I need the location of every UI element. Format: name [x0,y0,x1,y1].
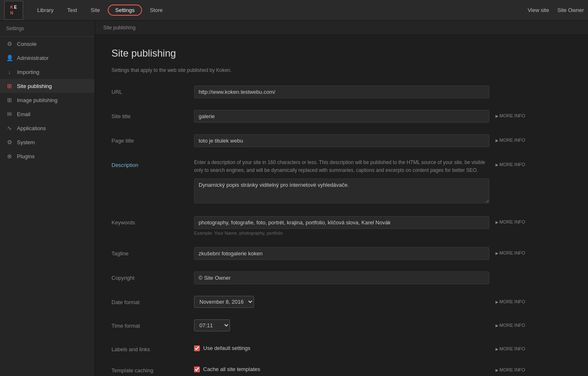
top-nav: KEN Library Text Site Settings Store Vie… [0,0,588,21]
more-info-date-format: MORE INFO [496,296,533,304]
nav-right: View site Site Owner [528,7,584,13]
form-row-time-format: Time format 07:11 7:11 AM MORE INFO [111,319,533,336]
label-date-format: Date format [111,296,194,305]
form-row-page-title: Page title MORE INFO [111,134,533,151]
sidebar-label-site-publishing: Site publishing [17,83,52,89]
more-info-keywords-link[interactable]: MORE INFO [496,219,525,224]
sidebar-label-email: Email [17,111,31,117]
sidebar-item-plugins[interactable]: ⊗ Plugins [0,149,95,163]
more-info-keywords: MORE INFO [496,216,533,224]
nav-library[interactable]: Library [31,5,59,16]
control-copyright [194,271,489,284]
sidebar-label-applications: Applications [17,125,46,131]
logo[interactable]: KEN [4,1,23,20]
checkbox-use-defaults[interactable] [194,345,200,351]
sidebar: Settings ⚙ Console 👤 Administrator ↓ Imp… [0,21,95,376]
administrator-icon: 👤 [6,55,13,61]
more-info-labels-links: MORE INFO [496,343,533,351]
more-info-template-caching-link[interactable]: MORE INFO [496,367,525,372]
sidebar-item-applications[interactable]: ∿ Applications [0,121,95,135]
sidebar-item-console[interactable]: ⚙ Console [0,37,95,51]
console-icon: ⚙ [6,40,13,47]
select-time-format[interactable]: 07:11 7:11 AM [194,319,230,331]
control-site-title [194,110,489,123]
site-owner-link[interactable]: Site Owner [557,7,584,13]
sidebar-label-administrator: Administrator [17,55,49,61]
more-info-labels-links-link[interactable]: MORE INFO [496,346,525,351]
view-site-link[interactable]: View site [528,7,549,13]
input-site-title[interactable] [194,110,489,123]
more-info-site-title-link[interactable]: MORE INFO [496,113,525,118]
input-tagline[interactable] [194,247,489,260]
main-content: Site publishing Site publishing Settings… [95,21,588,376]
sidebar-label-plugins: Plugins [17,153,35,159]
form-row-copyright: Copyright [111,271,533,288]
checkbox-wrap-labels: Use default settings [194,343,489,351]
input-url[interactable] [194,86,489,98]
form-row-keywords: Keywords Example: Your Name, photography… [111,216,533,240]
content-area: Site publishing Settings that apply to t… [95,35,549,376]
label-cache-templates: Cache all site templates [203,366,260,372]
label-site-title: Site title [111,110,194,119]
layout: Settings ⚙ Console 👤 Administrator ↓ Imp… [0,21,588,376]
more-info-tagline: MORE INFO [496,247,533,255]
site-publishing-icon: ⊞ [6,83,13,89]
nav-site[interactable]: Site [85,5,106,16]
input-page-title[interactable] [194,134,489,147]
nav-settings[interactable]: Settings [108,5,142,16]
sidebar-item-system[interactable]: ⚙ System [0,135,95,149]
sidebar-item-site-publishing[interactable]: ⊞ Site publishing [0,79,95,93]
more-info-tagline-link[interactable]: MORE INFO [496,250,525,255]
label-page-title: Page title [111,134,194,144]
label-copyright: Copyright [111,271,194,281]
more-info-date-format-link[interactable]: MORE INFO [496,299,525,304]
sidebar-item-administrator[interactable]: 👤 Administrator [0,51,95,65]
more-info-page-title-link[interactable]: MORE INFO [496,138,525,143]
keywords-example: Example: Your Name, photography, portfol… [194,231,489,236]
breadcrumb: Site publishing [95,21,588,35]
more-info-description-link[interactable]: MORE INFO [496,162,525,167]
label-time-format: Time format [111,319,194,329]
form-row-date-format: Date format November 8, 2016 08/11/2016 … [111,296,533,312]
control-template-caching: Cache all site templates [194,364,489,372]
sidebar-label-importing: Importing [17,69,39,75]
control-page-title [194,134,489,147]
control-labels-links: Use default settings [194,343,489,351]
form-row-labels-links: Labels and links Use default settings MO… [111,343,533,357]
label-use-defaults: Use default settings [203,345,250,351]
nav-store[interactable]: Store [144,5,168,16]
page-title: Site publishing [111,48,533,59]
system-icon: ⚙ [6,139,13,145]
sidebar-item-email[interactable]: ✉ Email [0,107,95,121]
more-info-time-format-link[interactable]: MORE INFO [496,323,525,328]
textarea-description[interactable]: Dynamický popis stránky viditelný pro in… [194,178,489,203]
input-copyright[interactable] [194,271,489,284]
more-info-description: MORE INFO [496,159,533,167]
sidebar-item-image-publishing[interactable]: ⊞ Image publishing [0,93,95,107]
more-info-page-title: MORE INFO [496,134,533,143]
control-url [194,86,489,98]
page-description: Settings that apply to the web site publ… [111,67,533,73]
nav-text[interactable]: Text [62,5,83,16]
importing-icon: ↓ [6,69,13,75]
more-info-template-caching: MORE INFO [496,364,533,372]
control-keywords: Example: Your Name, photography, portfol… [194,216,489,236]
applications-icon: ∿ [6,125,13,131]
label-tagline: Tagline [111,247,194,257]
label-url: URL [111,86,194,95]
nav-items: Library Text Site Settings Store [31,5,528,16]
label-template-caching: Template caching [111,364,194,374]
form-row-tagline: Tagline MORE INFO [111,247,533,264]
label-keywords: Keywords [111,216,194,226]
control-date-format: November 8, 2016 08/11/2016 2016-11-08 [194,296,489,308]
label-labels-links: Labels and links [111,343,194,352]
control-description: Enter a description of your site in 160 … [194,159,489,205]
form-row-url: URL [111,86,533,102]
checkbox-wrap-caching: Cache all site templates [194,364,489,372]
input-keywords[interactable] [194,216,489,229]
checkbox-cache-templates[interactable] [194,366,200,372]
sidebar-item-importing[interactable]: ↓ Importing [0,65,95,79]
more-info-url [496,86,533,89]
select-date-format[interactable]: November 8, 2016 08/11/2016 2016-11-08 [194,296,254,308]
label-description: Description [111,159,194,168]
